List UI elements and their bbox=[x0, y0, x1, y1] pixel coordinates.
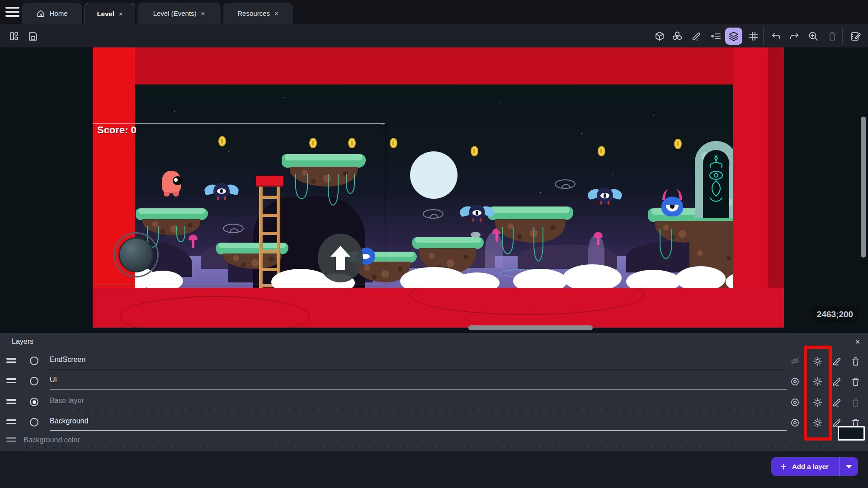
horned-monster[interactable] bbox=[661, 197, 683, 216]
portal-door[interactable] bbox=[695, 141, 737, 218]
platform[interactable] bbox=[412, 237, 484, 249]
bat-enemy[interactable] bbox=[460, 205, 494, 223]
close-icon[interactable]: × bbox=[852, 336, 863, 347]
instances-list-icon[interactable] bbox=[710, 30, 722, 42]
redo-icon[interactable] bbox=[788, 30, 800, 42]
coin[interactable] bbox=[674, 139, 682, 149]
vertical-scrollbar[interactable] bbox=[861, 117, 866, 258]
divider bbox=[763, 28, 764, 45]
jump-button[interactable] bbox=[318, 234, 363, 282]
panels-layout-icon[interactable] bbox=[8, 30, 20, 42]
delete-trash-icon[interactable] bbox=[849, 355, 862, 367]
edit-pencil-icon[interactable] bbox=[830, 355, 843, 367]
layers-icon[interactable] bbox=[725, 28, 742, 45]
layer-name-field[interactable]: UI bbox=[50, 376, 787, 389]
layer-name-field[interactable]: Base layer bbox=[50, 397, 787, 410]
chevron-down-icon bbox=[846, 465, 852, 469]
scene-properties-icon[interactable] bbox=[849, 30, 861, 42]
delete-trash-icon[interactable] bbox=[849, 375, 862, 388]
coin[interactable] bbox=[471, 146, 478, 156]
drag-handle-icon[interactable] bbox=[6, 399, 16, 405]
layer-select-radio[interactable] bbox=[30, 418, 38, 427]
bottom-bar: + Add a layer bbox=[0, 451, 868, 488]
editor-toolbar: Preview Publish bbox=[0, 24, 868, 47]
drag-handle-icon[interactable] bbox=[6, 419, 16, 425]
scene-editor-canvas[interactable]: Score: 0 2463;200 bbox=[0, 47, 868, 333]
objects-cube-icon[interactable] bbox=[654, 30, 665, 42]
drag-handle-icon[interactable] bbox=[6, 378, 16, 384]
grid-icon[interactable] bbox=[748, 30, 760, 42]
undo-icon[interactable] bbox=[770, 30, 782, 42]
rock bbox=[471, 232, 481, 238]
coin[interactable] bbox=[598, 146, 605, 156]
tab-resources[interactable]: Resources × bbox=[223, 3, 293, 24]
layer-name-field[interactable]: EndScreen bbox=[50, 356, 787, 369]
virtual-joystick[interactable] bbox=[113, 232, 159, 277]
lighting-sun-icon[interactable] bbox=[811, 355, 824, 367]
level-border-bottom[interactable] bbox=[93, 288, 784, 328]
tab-label: Resources bbox=[237, 9, 270, 17]
lighting-sun-icon[interactable] bbox=[811, 375, 824, 388]
hamburger-menu-icon[interactable] bbox=[5, 7, 19, 17]
tab-home[interactable]: Home bbox=[22, 3, 82, 24]
lighting-sun-icon[interactable] bbox=[811, 396, 824, 408]
moon[interactable] bbox=[410, 151, 458, 199]
background-color-row: Background color bbox=[0, 433, 868, 450]
arrow-up-icon bbox=[329, 245, 352, 271]
platform[interactable] bbox=[487, 206, 573, 220]
close-icon[interactable]: × bbox=[274, 9, 278, 17]
tab-label: Home bbox=[49, 9, 67, 17]
level-border-top[interactable] bbox=[93, 47, 784, 84]
visibility-eye-off-icon[interactable] bbox=[788, 355, 801, 367]
tab-label: Level (Events) bbox=[153, 9, 197, 17]
game-scene: Score: 0 bbox=[93, 47, 784, 328]
save-icon[interactable] bbox=[27, 30, 39, 42]
spooky-eye bbox=[423, 209, 443, 219]
score-hud-text[interactable]: Score: 0 bbox=[97, 124, 137, 136]
add-layer-label: Add a layer bbox=[792, 463, 840, 470]
tab-bar: Home Level × Level (Events) × Resources … bbox=[0, 0, 868, 24]
layer-row-ui: UI bbox=[0, 372, 868, 390]
home-icon bbox=[37, 9, 45, 18]
edit-pencil-icon[interactable] bbox=[691, 30, 703, 42]
visibility-eye-icon[interactable] bbox=[788, 375, 801, 388]
layer-row-base-layer: Base layer bbox=[0, 393, 868, 411]
add-layer-button[interactable]: + Add a layer bbox=[771, 457, 858, 476]
layers-panel: Layers × EndScreen UI bbox=[0, 333, 868, 451]
layer-select-radio[interactable] bbox=[30, 398, 38, 406]
delete-trash-icon bbox=[849, 396, 862, 408]
edit-pencil-icon[interactable] bbox=[830, 375, 843, 388]
drag-handle-icon bbox=[6, 437, 16, 443]
layer-select-radio[interactable] bbox=[30, 377, 38, 385]
object-groups-icon[interactable] bbox=[671, 30, 683, 42]
zoom-in-icon[interactable] bbox=[807, 30, 819, 42]
tab-level-events[interactable]: Level (Events) × bbox=[137, 3, 221, 24]
coin[interactable] bbox=[390, 138, 397, 148]
bat-enemy[interactable] bbox=[588, 188, 622, 206]
layer-name-field[interactable]: Background bbox=[50, 417, 787, 431]
background-color-label: Background color bbox=[24, 436, 80, 444]
plus-icon: + bbox=[771, 461, 792, 472]
layer-row-background: Background bbox=[0, 413, 868, 432]
tab-level[interactable]: Level × bbox=[85, 3, 135, 24]
add-layer-dropdown-button[interactable] bbox=[840, 465, 858, 469]
layer-row-endscreen: EndScreen bbox=[0, 352, 868, 370]
lighting-sun-icon[interactable] bbox=[811, 416, 824, 429]
delete-trash-icon[interactable] bbox=[826, 30, 838, 42]
layer-select-radio[interactable] bbox=[30, 357, 38, 365]
cursor-coordinates-badge: 2463;200 bbox=[811, 306, 859, 322]
visibility-eye-icon[interactable] bbox=[788, 416, 801, 429]
close-icon[interactable]: × bbox=[201, 9, 205, 17]
background-color-swatch[interactable] bbox=[838, 426, 865, 441]
layers-panel-title: Layers bbox=[12, 338, 33, 346]
spooky-eye bbox=[555, 179, 576, 189]
visibility-eye-icon[interactable] bbox=[788, 396, 801, 408]
tab-label: Level bbox=[97, 10, 114, 18]
horizontal-scrollbar[interactable] bbox=[468, 325, 593, 330]
drag-handle-icon[interactable] bbox=[6, 358, 16, 364]
divider bbox=[24, 448, 834, 448]
edit-pencil-icon[interactable] bbox=[830, 396, 843, 408]
divider bbox=[842, 28, 843, 45]
close-icon[interactable]: × bbox=[119, 10, 123, 18]
